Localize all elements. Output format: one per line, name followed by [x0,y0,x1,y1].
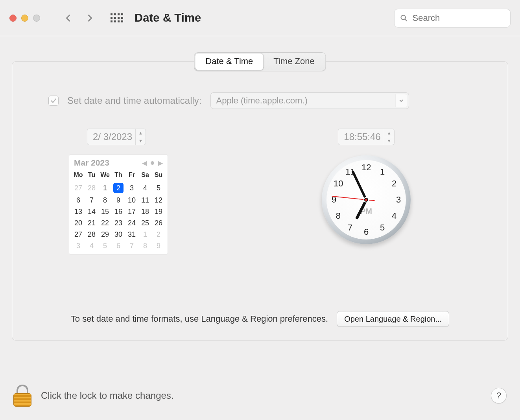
calendar-next-button[interactable]: ▶ [158,159,163,167]
clock-number: 10 [334,179,343,189]
svg-rect-11 [121,20,123,22]
stepper-up-icon[interactable]: ▲ [384,129,394,137]
calendar-grid: MoTuWeThFrSaSu 2728123456789101112131415… [72,170,165,252]
stepper-up-icon[interactable]: ▲ [136,129,146,137]
calendar-day[interactable]: 22 [98,217,112,229]
calendar-weekday: Mo [72,170,85,181]
calendar-day[interactable]: 21 [85,217,98,229]
calendar-day[interactable]: 3 [125,181,138,195]
calendar-day[interactable]: 2 [152,229,165,240]
window-title: Date & Time [135,11,201,24]
search-field[interactable] [394,9,511,28]
clock-number: 4 [389,211,399,221]
format-hint: To set date and time formats, use Langua… [71,314,328,324]
minimize-window-button[interactable] [21,15,28,22]
clock-number: 8 [334,211,343,221]
clock-number: 3 [394,195,403,205]
calendar-day[interactable]: 2 [112,181,125,195]
help-button[interactable]: ? [491,388,507,403]
calendar-day[interactable]: 27 [72,181,85,195]
search-input[interactable] [412,13,505,24]
svg-rect-3 [121,13,123,15]
forward-button[interactable] [83,11,97,25]
check-icon [50,97,57,104]
date-field[interactable]: 2/ 3/2023 ▲ ▼ [87,129,146,145]
calendar-day[interactable]: 20 [72,217,85,229]
calendar-day[interactable]: 6 [72,195,85,206]
calendar-day[interactable]: 9 [112,195,125,206]
calendar-day[interactable]: 8 [138,240,152,252]
calendar-day[interactable]: 1 [98,181,112,195]
calendar-day[interactable]: 28 [85,181,98,195]
calendar-day[interactable]: 30 [112,229,125,240]
calendar-prev-button[interactable]: ◀ [142,159,147,167]
auto-set-checkbox[interactable] [48,96,59,106]
calendar-day[interactable]: 27 [72,229,85,240]
calendar-day[interactable]: 14 [85,206,98,217]
calendar-day[interactable]: 16 [112,206,125,217]
calendar-day[interactable]: 29 [98,229,112,240]
calendar-day[interactable]: 8 [98,195,112,206]
calendar-day[interactable]: 25 [138,217,152,229]
preferences-pane: Date & Time Time Zone Set date and time … [12,61,508,341]
time-server-combo[interactable]: Apple (time.apple.com.) [210,92,409,109]
calendar-day[interactable]: 5 [152,181,165,195]
svg-rect-10 [118,20,120,22]
svg-line-13 [405,19,407,21]
open-language-region-button[interactable]: Open Language & Region... [337,311,449,327]
calendar-day[interactable]: 3 [72,240,85,252]
calendar-day[interactable]: 7 [125,240,138,252]
calendar-day[interactable]: 18 [138,206,152,217]
tab-time-zone[interactable]: Time Zone [263,53,325,70]
date-stepper[interactable]: ▲ ▼ [135,129,146,145]
analog-clock: 121234567891011 PM [322,155,411,244]
close-window-button[interactable] [9,15,17,22]
clock-number: 5 [378,223,387,233]
svg-rect-1 [114,13,116,15]
time-server-value: Apple (time.apple.com.) [216,96,308,106]
stepper-down-icon[interactable]: ▼ [136,137,146,145]
time-stepper[interactable]: ▲ ▼ [384,129,394,145]
calendar-day[interactable]: 7 [85,195,98,206]
calendar-day[interactable]: 19 [152,206,165,217]
calendar-today-button[interactable] [151,161,154,165]
calendar-day[interactable]: 10 [125,195,138,206]
calendar-day[interactable]: 28 [85,229,98,240]
calendar-day[interactable]: 12 [152,195,165,206]
chevron-down-icon [399,98,404,103]
calendar-day[interactable]: 4 [85,240,98,252]
tab-date-time[interactable]: Date & Time [195,53,263,70]
calendar-weekday: Sa [138,170,152,181]
calendar-day[interactable]: 11 [138,195,152,206]
lock-button[interactable] [13,385,31,407]
calendar-day[interactable]: 26 [152,217,165,229]
show-all-button[interactable] [110,13,124,23]
calendar-day[interactable]: 13 [72,206,85,217]
svg-rect-8 [111,20,112,22]
time-value: 18:55:46 [338,129,384,145]
calendar-day[interactable]: 4 [138,181,152,195]
calendar-day[interactable]: 9 [152,240,165,252]
calendar-weekday: Su [152,170,165,181]
time-field[interactable]: 18:55:46 ▲ ▼ [338,129,394,145]
calendar-day[interactable]: 23 [112,217,125,229]
clock-number: 2 [389,179,399,189]
calendar-day[interactable]: 17 [125,206,138,217]
calendar-day[interactable]: 5 [98,240,112,252]
stepper-down-icon[interactable]: ▼ [384,137,394,145]
window-toolbar: Date & Time [0,0,520,36]
combo-caret[interactable] [395,94,407,107]
calendar-day[interactable]: 31 [125,229,138,240]
back-button[interactable] [61,11,76,25]
calendar-day[interactable]: 24 [125,217,138,229]
calendar-day[interactable]: 1 [138,229,152,240]
svg-rect-6 [118,17,120,19]
calendar-weekday: Tu [85,170,98,181]
calendar[interactable]: Mar 2023 ◀ ▶ MoTuWeThFrSaSu 272812345678… [69,155,168,254]
calendar-day[interactable]: 6 [112,240,125,252]
calendar-day[interactable]: 15 [98,206,112,217]
zoom-window-button[interactable] [33,15,40,22]
calendar-weekday: Th [112,170,125,181]
clock-number: 12 [361,162,371,173]
calendar-weekday: Fr [125,170,138,181]
